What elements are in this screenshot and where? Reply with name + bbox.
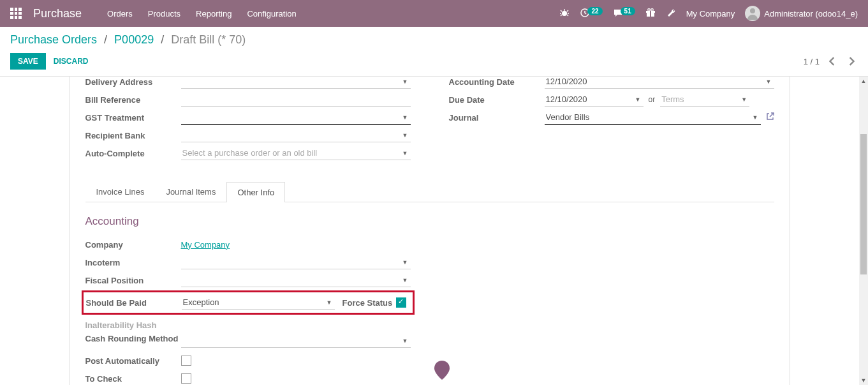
company-link[interactable]: My Company (686, 9, 735, 19)
breadcrumb-sep: / (161, 33, 164, 46)
input-auto-complete[interactable] (181, 146, 411, 160)
input-delivery-address[interactable] (181, 77, 411, 89)
chat-icon-wrap[interactable]: 51 (613, 8, 635, 20)
svg-point-5 (647, 8, 650, 11)
action-row: SAVE DISCARD 1 / 1 (0, 49, 868, 77)
app-title[interactable]: Purchase (33, 7, 82, 20)
label-company: Company (85, 240, 181, 250)
or-text: or (649, 95, 656, 104)
nav-orders[interactable]: Orders (107, 9, 133, 19)
pager-next-icon[interactable] (845, 55, 858, 68)
user-menu[interactable]: Administrator (odoo14_e) (745, 6, 858, 21)
external-link-icon[interactable] (766, 112, 774, 123)
input-should-be-paid[interactable] (182, 296, 335, 310)
breadcrumb: Purchase Orders / P00029 / Draft Bill (*… (10, 33, 246, 47)
label-auto-complete: Auto-Complete (85, 149, 181, 158)
input-due-date[interactable] (545, 93, 644, 107)
label-due-date: Due Date (449, 95, 545, 105)
input-terms[interactable] (660, 93, 749, 107)
user-name: Administrator (odoo14_e) (764, 9, 858, 19)
svg-point-7 (750, 8, 755, 13)
label-incoterm: Incoterm (85, 258, 181, 267)
nav-links: Orders Products Reporting Configuration (107, 9, 297, 19)
tabs: Invoice Lines Journal Items Other Info (85, 181, 774, 202)
label-inalterability-hash: Inalterability Hash (85, 320, 181, 330)
nav-products[interactable]: Products (148, 9, 180, 19)
breadcrumb-current: Draft Bill (* 70) (171, 33, 246, 46)
svg-point-0 (562, 11, 567, 16)
scrollbar[interactable]: ▲ ▼ (859, 77, 868, 385)
input-bill-reference[interactable] (181, 93, 411, 107)
breadcrumb-mid[interactable]: P00029 (114, 33, 154, 46)
should-be-paid-highlight: Should Be Paid ▼ Force Status (82, 290, 415, 315)
bug-icon[interactable] (559, 8, 570, 20)
scrollbar-up-icon[interactable]: ▲ (859, 77, 868, 86)
clock-icon-wrap[interactable]: 22 (580, 8, 602, 20)
label-recipient-bank: Recipient Bank (85, 131, 181, 140)
input-accounting-date[interactable] (545, 77, 774, 89)
label-accounting-date: Accounting Date (449, 77, 545, 87)
wrench-icon[interactable] (666, 8, 676, 20)
label-post-automatically: Post Automatically (85, 356, 181, 366)
tab-invoice-lines[interactable]: Invoice Lines (85, 181, 156, 202)
nav-right: 22 51 My Company Administrator (odoo14_e… (559, 6, 858, 21)
input-gst-treatment[interactable] (181, 110, 411, 125)
breadcrumb-root[interactable]: Purchase Orders (10, 33, 97, 46)
checkbox-post-automatically[interactable] (181, 356, 191, 366)
input-incoterm[interactable] (181, 255, 411, 269)
svg-point-6 (651, 8, 653, 11)
company-link[interactable]: My Company (181, 240, 230, 250)
save-button[interactable]: SAVE (10, 53, 46, 70)
label-bill-reference: Bill Reference (85, 95, 181, 105)
label-cash-rounding: Cash Rounding Method (85, 334, 181, 345)
tab-other-info[interactable]: Other Info (226, 182, 285, 202)
label-force-status: Force Status (342, 298, 393, 308)
avatar-icon (745, 6, 760, 21)
accounting-heading: Accounting (85, 215, 411, 228)
breadcrumb-sep: / (104, 33, 107, 46)
pager: 1 / 1 (804, 55, 858, 68)
label-to-check: To Check (85, 374, 181, 384)
input-fiscal-position[interactable] (181, 273, 411, 287)
svg-rect-4 (650, 11, 651, 17)
discard-button[interactable]: DISCARD (46, 53, 96, 70)
input-recipient-bank[interactable] (181, 128, 411, 142)
label-journal: Journal (449, 113, 545, 123)
pin-icon (434, 361, 450, 380)
input-cash-rounding[interactable] (181, 334, 411, 348)
chat-badge: 51 (621, 7, 635, 15)
checkbox-to-check[interactable] (181, 373, 191, 384)
nav-reporting[interactable]: Reporting (196, 9, 232, 19)
nav-configuration[interactable]: Configuration (247, 9, 296, 19)
pager-prev-icon[interactable] (826, 55, 839, 68)
form-sheet: Delivery Address ▼ Bill Reference GST Tr… (70, 77, 790, 385)
scrollbar-thumb[interactable] (860, 134, 867, 274)
input-journal[interactable] (545, 110, 761, 125)
label-should-be-paid: Should Be Paid (86, 298, 182, 308)
pager-text: 1 / 1 (804, 57, 820, 66)
clock-badge: 22 (587, 7, 602, 15)
scrollbar-down-icon[interactable]: ▼ (859, 376, 868, 385)
gift-icon[interactable] (645, 8, 656, 20)
content-area: Delivery Address ▼ Bill Reference GST Tr… (0, 77, 868, 385)
tab-journal-items[interactable]: Journal Items (155, 181, 226, 202)
checkbox-force-status[interactable] (396, 297, 406, 308)
label-gst-treatment: GST Treatment (85, 113, 181, 123)
label-delivery-address: Delivery Address (85, 77, 181, 87)
apps-icon[interactable] (10, 8, 22, 19)
label-fiscal-position: Fiscal Position (85, 276, 181, 285)
breadcrumb-row: Purchase Orders / P00029 / Draft Bill (*… (0, 27, 868, 49)
top-nav: Purchase Orders Products Reporting Confi… (0, 0, 868, 27)
